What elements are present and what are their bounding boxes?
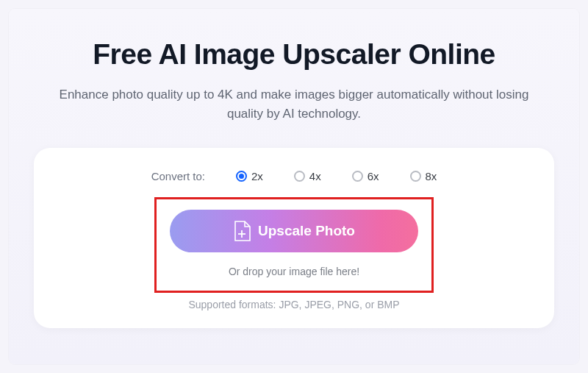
radio-icon (294, 171, 305, 182)
page-title: Free AI Image Upscaler Online (34, 38, 554, 71)
radio-label-text: 8x (426, 170, 437, 182)
radio-option-8x[interactable]: 8x (410, 170, 437, 182)
radio-option-2x[interactable]: 2x (236, 170, 263, 182)
page-subtitle: Enhance photo quality up to 4K and make … (51, 85, 537, 123)
convert-radio-group: Convert to: 2x 4x 6x 8x (63, 170, 525, 182)
radio-option-6x[interactable]: 6x (352, 170, 379, 182)
radio-option-4x[interactable]: 4x (294, 170, 321, 182)
radio-icon (410, 171, 421, 182)
radio-label-text: 4x (309, 170, 321, 182)
upscale-button-label: Upscale Photo (258, 223, 355, 239)
upload-highlight: Upscale Photo Or drop your image file he… (154, 197, 434, 293)
convert-label: Convert to: (151, 170, 205, 182)
upload-card: Convert to: 2x 4x 6x 8x (34, 148, 554, 328)
radio-icon (236, 171, 247, 182)
radio-icon (352, 171, 363, 182)
upscale-photo-button[interactable]: Upscale Photo (170, 210, 418, 252)
app-panel: Free AI Image Upscaler Online Enhance ph… (9, 9, 579, 364)
add-file-icon (233, 221, 251, 241)
radio-label-text: 6x (368, 170, 379, 182)
radio-label-text: 2x (251, 170, 263, 182)
drop-zone-text[interactable]: Or drop your image file here! (170, 266, 418, 277)
supported-formats-text: Supported formats: JPG, JPEG, PNG, or BM… (63, 299, 525, 310)
